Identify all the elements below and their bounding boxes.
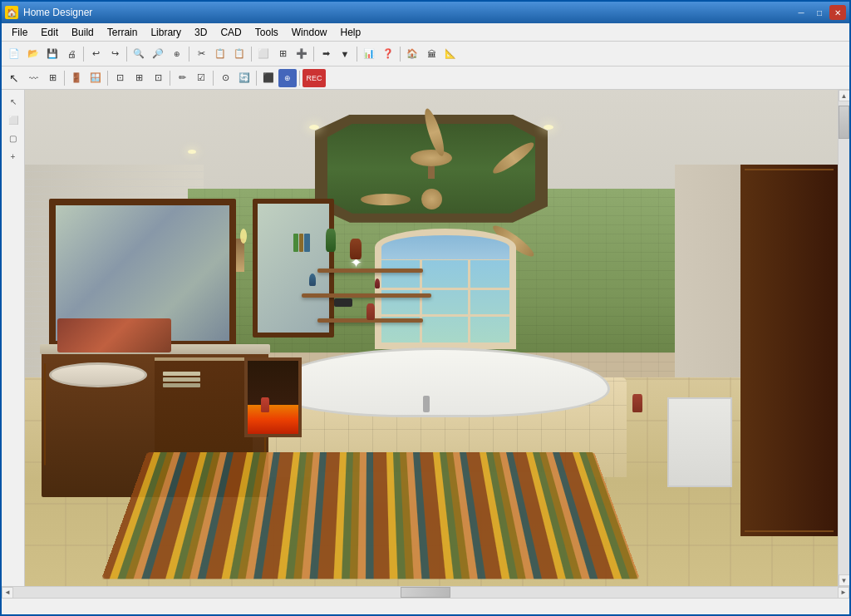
candle-2 <box>632 394 642 412</box>
maximize-button[interactable]: □ <box>811 5 828 20</box>
menu-file[interactable]: File <box>5 25 34 40</box>
roof-button[interactable]: ⊞ <box>130 69 148 87</box>
menu-window[interactable]: Window <box>285 25 334 40</box>
separator <box>170 71 170 86</box>
separator <box>256 71 257 86</box>
menu-help[interactable]: Help <box>333 25 367 40</box>
dropdown-btn[interactable]: ▼ <box>336 45 354 63</box>
rotate-button[interactable]: 🔄 <box>235 69 253 87</box>
select-button[interactable]: ⬜ <box>254 45 273 63</box>
dimension-button[interactable]: ✏ <box>173 69 191 87</box>
separator <box>107 71 108 86</box>
window-divider-h2 <box>381 314 509 317</box>
copy-button[interactable]: 📋 <box>211 45 229 63</box>
new-button[interactable]: 📄 <box>5 45 23 63</box>
toolbar-secondary: ↖ 〰 ⊞ 🚪 🪟 ⊡ ⊞ ⊡ ✏ ☑ ⊙ 🔄 ⬛ ⊕ REC <box>2 67 849 90</box>
color-button[interactable]: ⊕ <box>278 69 297 87</box>
separator <box>400 47 401 62</box>
door-button[interactable]: 🚪 <box>67 69 86 87</box>
scroll-left-button[interactable]: ◄ <box>2 587 13 599</box>
text-button[interactable]: ☑ <box>192 69 210 87</box>
view3d-button[interactable]: 🏠 <box>403 45 421 63</box>
fan-blade-1 <box>361 194 411 205</box>
separator <box>313 47 314 62</box>
fan-canopy <box>411 150 452 166</box>
arrow-button[interactable]: ➡ <box>317 45 335 63</box>
window-divider-v2 <box>468 260 470 342</box>
roof2-button[interactable]: ⊡ <box>149 69 167 87</box>
separator <box>189 47 189 62</box>
vase-1 <box>326 229 336 252</box>
left-tool-4[interactable]: + <box>5 148 22 165</box>
zoom-in-button[interactable]: 🔍 <box>130 45 148 63</box>
rec-button[interactable]: REC <box>303 69 326 87</box>
status-bar <box>2 598 849 614</box>
towel-2 <box>163 377 200 382</box>
scroll-track-v[interactable] <box>839 101 849 574</box>
menu-terrain[interactable]: Terrain <box>101 25 145 40</box>
chart-button[interactable]: 📊 <box>360 45 378 63</box>
left-tool-1[interactable]: ↖ <box>5 93 22 110</box>
redo-button[interactable]: ↪ <box>106 45 124 63</box>
scroll-thumb-h[interactable] <box>401 587 450 598</box>
save-button[interactable]: 💾 <box>43 45 61 63</box>
add-button[interactable]: ➕ <box>293 45 311 63</box>
fill-button[interactable]: ⬛ <box>259 69 278 87</box>
menu-library[interactable]: Library <box>144 25 188 40</box>
scroll-up-button[interactable]: ▲ <box>839 90 850 101</box>
app-icon: 🏠 <box>5 6 18 19</box>
menu-3d[interactable]: 3D <box>188 25 214 40</box>
stair-button[interactable]: ⊡ <box>111 69 129 87</box>
scroll-down-button[interactable]: ▼ <box>839 574 850 586</box>
viewport[interactable]: ✦ <box>25 90 838 586</box>
3d-scene: ✦ <box>25 90 838 586</box>
cursor-button[interactable]: ↖ <box>5 69 23 87</box>
separator <box>83 47 84 62</box>
left-tool-2[interactable]: ⬜ <box>5 111 22 128</box>
plan-button[interactable]: 🏛 <box>422 45 440 63</box>
recessed-light-3 <box>188 150 196 154</box>
separator <box>64 71 65 86</box>
scroll-thumb-v[interactable] <box>839 106 849 139</box>
recessed-light-1 <box>309 125 319 130</box>
minimize-button[interactable]: ─ <box>793 5 809 20</box>
left-panel: ↖ ⬜ ▢ + <box>2 90 25 586</box>
paste-button[interactable]: 📋 <box>230 45 248 63</box>
wall-button[interactable]: 〰 <box>24 69 42 87</box>
shelf-item-1 <box>309 274 316 286</box>
menu-tools[interactable]: Tools <box>248 25 285 40</box>
cut-button[interactable]: ✂ <box>192 45 210 63</box>
title-bar-left: 🏠 Home Designer <box>5 6 92 19</box>
scroll-right-button[interactable]: ► <box>838 587 849 599</box>
towels <box>163 372 200 387</box>
window-button[interactable]: 🪟 <box>86 69 105 87</box>
main-area: ↖ ⬜ ▢ + <box>2 90 849 586</box>
sink-left <box>49 362 146 387</box>
towel-1 <box>163 372 200 376</box>
menu-cad[interactable]: CAD <box>214 25 248 40</box>
ceiling-fan <box>365 150 498 224</box>
main-window: 🏠 Home Designer ─ □ ✕ File Edit Build Te… <box>0 0 851 616</box>
scroll-track-h[interactable] <box>13 587 838 598</box>
print-button[interactable]: 🖨 <box>62 45 81 63</box>
zoom-out-button[interactable]: 🔎 <box>149 45 167 63</box>
menu-edit[interactable]: Edit <box>34 25 65 40</box>
pillow-1 <box>57 318 171 353</box>
menu-bar: File Edit Build Terrain Library 3D CAD T… <box>2 23 849 42</box>
sconce-left <box>236 239 244 272</box>
circle-button[interactable]: ⊙ <box>216 69 234 87</box>
shelf-device <box>334 298 352 307</box>
crosshair-button[interactable]: ⊞ <box>273 45 292 63</box>
fireplace <box>244 357 301 437</box>
room-render: ✦ <box>25 90 838 586</box>
help-button[interactable]: ❓ <box>379 45 397 63</box>
close-button[interactable]: ✕ <box>829 5 846 20</box>
perspective-button[interactable]: 📐 <box>441 45 460 63</box>
open-button[interactable]: 📂 <box>24 45 42 63</box>
left-tool-3[interactable]: ▢ <box>5 130 22 146</box>
zoom-fit-button[interactable]: ⊕ <box>168 45 186 63</box>
room-button[interactable]: ⊞ <box>43 69 61 87</box>
menu-build[interactable]: Build <box>65 25 101 40</box>
separator <box>251 47 252 62</box>
undo-button[interactable]: ↩ <box>86 45 105 63</box>
